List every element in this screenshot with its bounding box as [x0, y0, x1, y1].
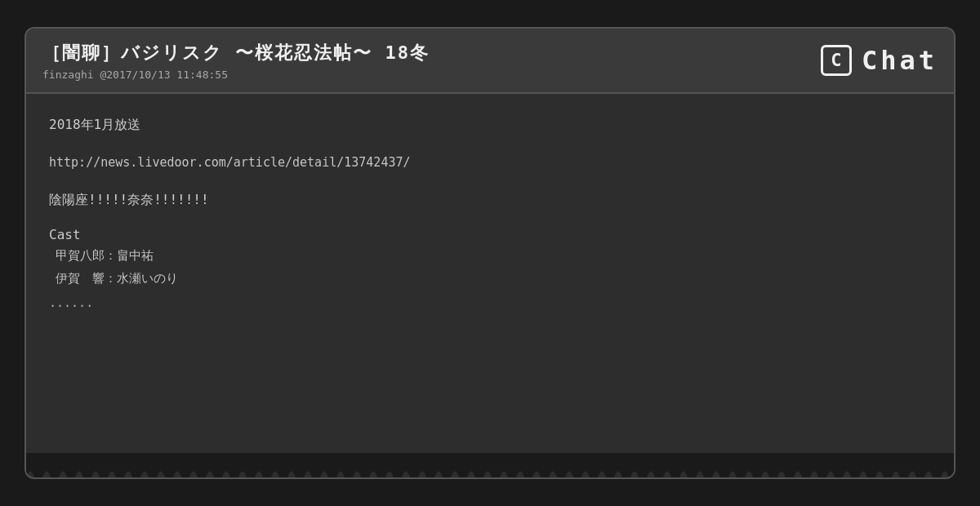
header-right: C Chat	[821, 45, 938, 76]
article-url[interactable]: http://news.livedoor.com/article/detail/…	[49, 152, 931, 174]
cast-section: Cast 甲賀八郎：畠中祐 伊賀 響：水瀬いのり ......	[49, 227, 931, 310]
chat-label: Chat	[862, 45, 938, 76]
cast-entry-0: 甲賀八郎：畠中祐	[49, 244, 931, 268]
exclaim-line: 陰陽座!!!!!奈奈!!!!!!!	[49, 189, 931, 212]
wavy-decoration	[26, 453, 954, 477]
header-left: ［闇聊］バジリスク 〜桜花忍法帖〜 18冬 finzaghi @2017/10/…	[42, 41, 430, 81]
card-header: ［闇聊］バジリスク 〜桜花忍法帖〜 18冬 finzaghi @2017/10/…	[26, 29, 954, 94]
chat-icon: C	[821, 45, 852, 76]
post-title: ［闇聊］バジリスク 〜桜花忍法帖〜 18冬	[42, 41, 430, 65]
broadcast-year: 2018年1月放送	[49, 113, 931, 137]
card-footer	[26, 453, 954, 477]
post-meta: finzaghi @2017/10/13 11:48:55	[42, 69, 430, 81]
card-body: 2018年1月放送 http://news.livedoor.com/artic…	[26, 94, 954, 453]
main-card: ［闇聊］バジリスク 〜桜花忍法帖〜 18冬 finzaghi @2017/10/…	[24, 27, 956, 479]
cast-entry-1: 伊賀 響：水瀬いのり	[49, 267, 931, 291]
dots-line: ......	[49, 295, 931, 310]
cast-title: Cast	[49, 227, 931, 242]
